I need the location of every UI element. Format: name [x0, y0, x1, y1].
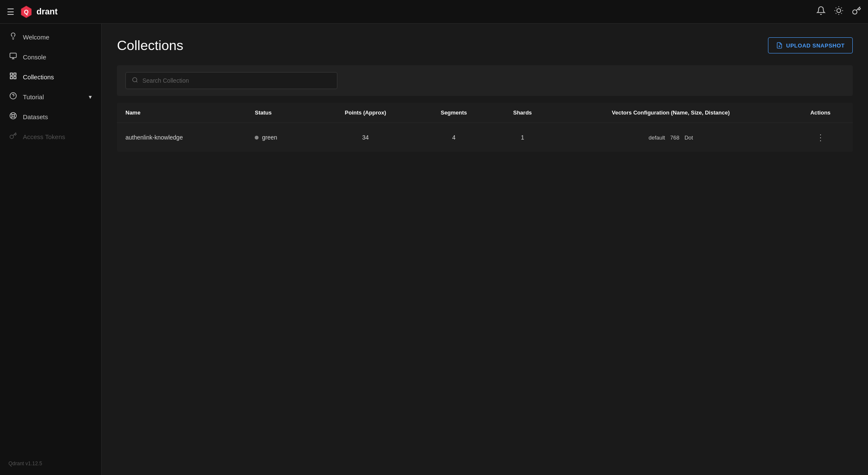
- page-title: Collections: [117, 38, 184, 53]
- col-status: Status: [246, 103, 314, 123]
- col-points: Points (Approx): [315, 103, 416, 123]
- row-actions: ⋮: [788, 123, 853, 152]
- vector-size: 768: [670, 134, 679, 141]
- svg-line-24: [14, 114, 15, 115]
- sidebar: Welcome Console Collections: [0, 24, 102, 475]
- search-container: [117, 65, 853, 96]
- logo: Q drant: [19, 5, 58, 19]
- sidebar-item-datasets[interactable]: Datasets: [0, 107, 101, 127]
- sidebar-console-label: Console: [23, 53, 46, 61]
- vectors-cell: default 768 Dot: [562, 134, 780, 141]
- main-content: Collections UPLOAD SNAPSHOT: [102, 24, 868, 475]
- row-shards: 1: [492, 123, 554, 152]
- search-inner: [125, 72, 337, 89]
- status-label: green: [262, 134, 277, 141]
- more-actions-button[interactable]: ⋮: [813, 131, 828, 144]
- page-header: Collections UPLOAD SNAPSHOT: [117, 37, 853, 53]
- col-actions: Actions: [788, 103, 853, 123]
- svg-line-10: [841, 8, 842, 8]
- svg-rect-14: [10, 73, 12, 75]
- upload-icon: [776, 42, 783, 49]
- sidebar-version: Qdrant v1.12.5: [0, 455, 101, 472]
- access-tokens-icon: [8, 132, 18, 142]
- brightness-icon[interactable]: [834, 6, 843, 17]
- status-cell: green: [255, 134, 306, 141]
- svg-point-2: [837, 8, 840, 12]
- sidebar-welcome-label: Welcome: [23, 34, 49, 41]
- collections-table: Name Status Points (Approx) Segments Sha…: [117, 103, 853, 152]
- sidebar-item-access-tokens: Access Tokens: [0, 127, 101, 147]
- vector-distance: Dot: [684, 134, 693, 141]
- console-icon: [8, 52, 18, 62]
- svg-rect-16: [14, 77, 16, 79]
- sidebar-item-console[interactable]: Console: [0, 47, 101, 67]
- row-points: 34: [315, 123, 416, 152]
- svg-line-23: [14, 117, 15, 118]
- upload-snapshot-button[interactable]: UPLOAD SNAPSHOT: [768, 37, 853, 53]
- svg-rect-17: [10, 77, 12, 79]
- key-icon[interactable]: [852, 6, 861, 17]
- col-name: Name: [117, 103, 246, 123]
- search-input[interactable]: [142, 77, 331, 84]
- sidebar-tutorial-label: Tutorial: [23, 93, 44, 101]
- row-name: authenlink-knowledge: [117, 123, 246, 152]
- logo-text: drant: [36, 7, 58, 17]
- sidebar-collections-label: Collections: [23, 73, 54, 81]
- svg-line-22: [11, 114, 12, 115]
- row-status: green: [246, 123, 314, 152]
- svg-point-29: [133, 78, 137, 82]
- svg-line-9: [836, 13, 836, 14]
- svg-rect-11: [10, 53, 17, 58]
- table-row: authenlink-knowledge green 34 4 1: [117, 123, 853, 152]
- logo-icon: Q: [19, 5, 33, 19]
- notification-icon[interactable]: [816, 6, 826, 17]
- upload-btn-label: UPLOAD SNAPSHOT: [786, 42, 845, 49]
- sidebar-datasets-label: Datasets: [23, 113, 48, 120]
- row-segments: 4: [416, 123, 492, 152]
- svg-point-26: [10, 135, 14, 139]
- table-header-row: Name Status Points (Approx) Segments Sha…: [117, 103, 853, 123]
- vector-name: default: [648, 134, 665, 141]
- svg-line-30: [136, 81, 137, 82]
- hamburger-menu[interactable]: ☰: [7, 7, 14, 17]
- svg-rect-15: [14, 73, 16, 75]
- col-shards: Shards: [492, 103, 554, 123]
- collections-icon: [8, 72, 18, 82]
- sidebar-item-welcome[interactable]: Welcome: [0, 27, 101, 47]
- chevron-down-icon: ▼: [88, 94, 93, 100]
- svg-point-21: [12, 115, 14, 117]
- svg-line-25: [11, 117, 12, 118]
- search-icon: [132, 77, 138, 84]
- header-right: [816, 6, 861, 17]
- table: Name Status Points (Approx) Segments Sha…: [117, 103, 853, 152]
- top-header: ☰ Q drant: [0, 0, 868, 24]
- welcome-icon: [8, 32, 18, 42]
- svg-line-5: [836, 8, 836, 8]
- main-layout: Welcome Console Collections: [0, 24, 868, 475]
- header-left: ☰ Q drant: [7, 5, 58, 19]
- svg-line-6: [841, 13, 842, 14]
- status-dot: [255, 136, 259, 140]
- col-vectors: Vectors Configuration (Name, Size, Dista…: [554, 103, 788, 123]
- sidebar-item-tutorial[interactable]: Tutorial ▼: [0, 87, 101, 107]
- tutorial-icon: [8, 92, 18, 102]
- sidebar-item-collections[interactable]: Collections: [0, 67, 101, 87]
- datasets-icon: [8, 112, 18, 122]
- svg-text:Q: Q: [24, 8, 29, 15]
- sidebar-access-tokens-label: Access Tokens: [23, 133, 65, 140]
- col-segments: Segments: [416, 103, 492, 123]
- row-vectors: default 768 Dot: [554, 123, 788, 152]
